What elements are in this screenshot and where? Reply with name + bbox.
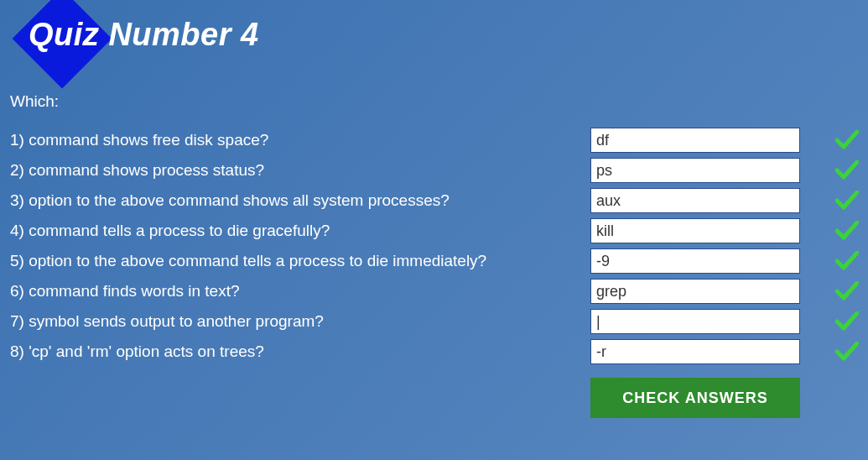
question-label: 3) option to the above command shows all… [10,191,590,210]
question-row: 3) option to the above command shows all… [10,188,858,213]
question-label: 6) command finds words in text? [10,282,590,301]
check-answers-button[interactable]: CHECK ANSWERS [590,378,800,418]
result-mark [800,160,867,180]
prompt-label: Which: [10,92,858,111]
checkmark-icon [835,160,859,180]
question-label: 4) command tells a process to die gracef… [10,222,590,240]
checkmark-icon [835,251,859,271]
result-mark [800,311,867,332]
checkmark-icon [835,342,859,362]
checkmark-icon [835,130,859,150]
answer-input[interactable] [590,309,800,334]
answer-input[interactable] [590,218,800,243]
page-title: Quiz Number 4 [29,17,259,53]
answer-input[interactable] [590,339,800,364]
question-row: 4) command tells a process to die gracef… [10,218,858,243]
question-label: 5) option to the above command tells a p… [10,252,590,270]
answer-input[interactable] [590,248,800,274]
result-mark [800,130,867,150]
result-mark [800,221,867,241]
question-label: 7) symbol sends output to another progra… [10,312,590,331]
header: Quiz Number 4 [0,0,868,92]
result-mark [800,251,867,271]
checkmark-icon [835,311,859,332]
question-label: 2) command shows process status? [10,161,590,180]
answer-input[interactable] [590,128,800,153]
result-mark [800,191,867,211]
quiz-content: Which: 1) command shows free disk space?… [0,92,868,418]
question-label: 8) 'cp' and 'rm' option acts on trees? [10,342,590,361]
result-mark [800,342,867,362]
question-row: 2) command shows process status? [10,158,858,183]
spacer [10,378,590,418]
question-row: 7) symbol sends output to another progra… [10,309,858,334]
question-row: 6) command finds words in text? [10,279,858,304]
question-rows: 1) command shows free disk space? 2) com… [10,128,858,364]
question-row: 8) 'cp' and 'rm' option acts on trees? [10,339,858,364]
question-row: 1) command shows free disk space? [10,128,858,153]
result-mark [800,281,867,301]
answer-input[interactable] [590,279,800,304]
checkmark-icon [835,281,859,301]
button-row: CHECK ANSWERS [10,378,858,418]
question-row: 5) option to the above command tells a p… [10,248,858,274]
answer-input[interactable] [590,188,800,213]
checkmark-icon [835,191,859,211]
answer-input[interactable] [590,158,800,183]
checkmark-icon [835,221,859,241]
question-label: 1) command shows free disk space? [10,131,590,149]
